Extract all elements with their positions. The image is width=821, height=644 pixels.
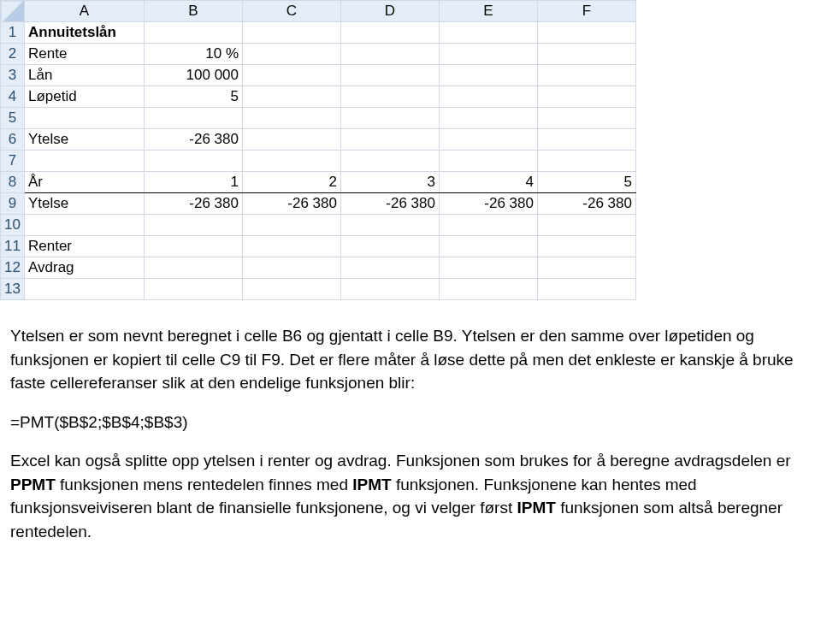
cell-B2[interactable]: 10 % <box>145 44 243 65</box>
row-header-2[interactable]: 2 <box>1 44 25 65</box>
cell-A13[interactable] <box>25 279 145 300</box>
cell-A4[interactable]: Løpetid <box>25 86 145 108</box>
cell-A7[interactable] <box>25 151 145 172</box>
cell-B13[interactable] <box>145 279 243 300</box>
cell-C10[interactable] <box>243 215 341 236</box>
cell-F11[interactable] <box>538 236 636 257</box>
cell-F7[interactable] <box>538 151 636 172</box>
cell-C12[interactable] <box>243 257 341 279</box>
cell-A12[interactable]: Avdrag <box>25 257 145 279</box>
col-header-A[interactable]: A <box>25 1 145 22</box>
cell-C13[interactable] <box>243 279 341 300</box>
cell-C6[interactable] <box>243 129 341 151</box>
cell-D5[interactable] <box>341 108 440 129</box>
col-header-F[interactable]: F <box>538 1 636 22</box>
cell-F13[interactable] <box>538 279 636 300</box>
cell-F3[interactable] <box>538 65 636 86</box>
cell-A5[interactable] <box>25 108 145 129</box>
cell-E3[interactable] <box>440 65 538 86</box>
cell-E1[interactable] <box>440 22 538 44</box>
row-header-7[interactable]: 7 <box>1 151 25 172</box>
cell-C11[interactable] <box>243 236 341 257</box>
cell-B6[interactable]: -26 380 <box>145 129 243 151</box>
cell-D9[interactable]: -26 380 <box>341 193 440 215</box>
cell-C4[interactable] <box>243 86 341 108</box>
cell-F8[interactable]: 5 <box>538 172 636 193</box>
cell-B3[interactable]: 100 000 <box>145 65 243 86</box>
cell-E7[interactable] <box>440 151 538 172</box>
cell-A1[interactable]: Annuitetslån <box>25 22 145 44</box>
cell-D8[interactable]: 3 <box>341 172 440 193</box>
cell-A2[interactable]: Rente <box>25 44 145 65</box>
cell-F5[interactable] <box>538 108 636 129</box>
cell-F2[interactable] <box>538 44 636 65</box>
cell-D3[interactable] <box>341 65 440 86</box>
cell-D7[interactable] <box>341 151 440 172</box>
cell-E6[interactable] <box>440 129 538 151</box>
cell-B12[interactable] <box>145 257 243 279</box>
row-header-13[interactable]: 13 <box>1 279 25 300</box>
cell-B8[interactable]: 1 <box>145 172 243 193</box>
cell-B4[interactable]: 5 <box>145 86 243 108</box>
cell-B1[interactable] <box>145 22 243 44</box>
select-all-corner[interactable] <box>1 1 25 22</box>
cell-D12[interactable] <box>341 257 440 279</box>
cell-E5[interactable] <box>440 108 538 129</box>
cell-C7[interactable] <box>243 151 341 172</box>
cell-F12[interactable] <box>538 257 636 279</box>
cell-F4[interactable] <box>538 86 636 108</box>
cell-E12[interactable] <box>440 257 538 279</box>
row-header-8[interactable]: 8 <box>1 172 25 193</box>
cell-B9[interactable]: -26 380 <box>145 193 243 215</box>
row-header-6[interactable]: 6 <box>1 129 25 151</box>
cell-E13[interactable] <box>440 279 538 300</box>
cell-C5[interactable] <box>243 108 341 129</box>
row-header-12[interactable]: 12 <box>1 257 25 279</box>
cell-C8[interactable]: 2 <box>243 172 341 193</box>
col-header-E[interactable]: E <box>440 1 538 22</box>
col-header-C[interactable]: C <box>243 1 341 22</box>
cell-B11[interactable] <box>145 236 243 257</box>
cell-A9[interactable]: Ytelse <box>25 193 145 215</box>
cell-E4[interactable] <box>440 86 538 108</box>
cell-C1[interactable] <box>243 22 341 44</box>
cell-D1[interactable] <box>341 22 440 44</box>
cell-F10[interactable] <box>538 215 636 236</box>
cell-D10[interactable] <box>341 215 440 236</box>
cell-C3[interactable] <box>243 65 341 86</box>
cell-D11[interactable] <box>341 236 440 257</box>
col-header-D[interactable]: D <box>341 1 440 22</box>
document-body: Ytelsen er som nevnt beregnet i celle B6… <box>0 300 821 567</box>
row-header-11[interactable]: 11 <box>1 236 25 257</box>
row-header-10[interactable]: 10 <box>1 215 25 236</box>
col-header-B[interactable]: B <box>145 1 243 22</box>
row-header-3[interactable]: 3 <box>1 65 25 86</box>
cell-B10[interactable] <box>145 215 243 236</box>
cell-E11[interactable] <box>440 236 538 257</box>
row-header-4[interactable]: 4 <box>1 86 25 108</box>
cell-D13[interactable] <box>341 279 440 300</box>
cell-E2[interactable] <box>440 44 538 65</box>
row-header-5[interactable]: 5 <box>1 108 25 129</box>
cell-F1[interactable] <box>538 22 636 44</box>
cell-A8[interactable]: År <box>25 172 145 193</box>
cell-B7[interactable] <box>145 151 243 172</box>
cell-A11[interactable]: Renter <box>25 236 145 257</box>
cell-D6[interactable] <box>341 129 440 151</box>
row-header-1[interactable]: 1 <box>1 22 25 44</box>
cell-D2[interactable] <box>341 44 440 65</box>
cell-E9[interactable]: -26 380 <box>440 193 538 215</box>
cell-B5[interactable] <box>145 108 243 129</box>
cell-C9[interactable]: -26 380 <box>243 193 341 215</box>
cell-F9[interactable]: -26 380 <box>538 193 636 215</box>
row-header-9[interactable]: 9 <box>1 193 25 215</box>
cell-E10[interactable] <box>440 215 538 236</box>
cell-D4[interactable] <box>341 86 440 108</box>
cell-E8[interactable]: 4 <box>440 172 538 193</box>
cell-C2[interactable] <box>243 44 341 65</box>
cell-A10[interactable] <box>25 215 145 236</box>
p2-text-1: Excel kan også splitte opp ytelsen i ren… <box>10 452 791 470</box>
cell-F6[interactable] <box>538 129 636 151</box>
cell-A6[interactable]: Ytelse <box>25 129 145 151</box>
cell-A3[interactable]: Lån <box>25 65 145 86</box>
